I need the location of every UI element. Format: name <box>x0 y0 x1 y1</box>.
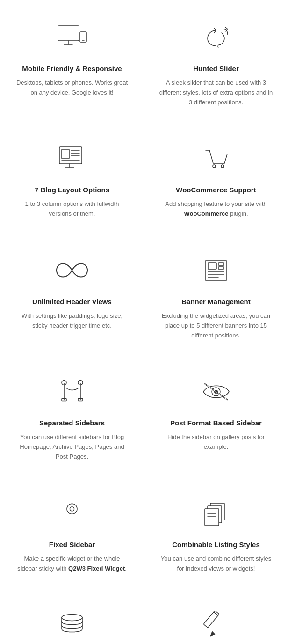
pin-icon <box>53 495 91 532</box>
mobile-friendly-title: Mobile Friendly & Responsive <box>22 65 122 73</box>
svg-line-31 <box>205 384 227 400</box>
cart-icon <box>197 140 235 177</box>
sidebars-icon <box>53 373 91 410</box>
eye-slash-icon <box>197 373 235 410</box>
feature-post-format-sidebar: Post Format Based Sidebar Hide the sideb… <box>144 354 288 476</box>
svg-rect-18 <box>218 267 224 269</box>
blog-layout-desc: 1 to 3 column options with fullwidth ver… <box>14 199 130 219</box>
svg-point-32 <box>67 504 77 514</box>
feature-sponsored-posts: Sponsored Posts Mark your post widgets a… <box>0 587 144 644</box>
svg-rect-37 <box>205 509 219 526</box>
unlimited-header-title: Unlimited Header Views <box>32 298 112 306</box>
blog-layout-title: 7 Blog Layout Options <box>35 186 109 194</box>
svg-point-13 <box>213 165 216 168</box>
pencil-icon <box>197 606 235 644</box>
feature-hunted-slider: Hunted Slider A sleek slider that can be… <box>144 0 288 121</box>
feature-combinable-listing: Combinable Listing Styles You can use an… <box>144 476 288 588</box>
separated-sidebars-title: Separated Sidebars <box>39 419 105 427</box>
feature-banner-management: Banner Management Excluding the widgetiz… <box>144 233 288 354</box>
feature-blog-layout: 7 Blog Layout Options 1 to 3 column opti… <box>0 121 144 233</box>
feature-authorized-posts: Authorized Posts Embed 2 of the latest (… <box>144 587 288 644</box>
fixed-sidebar-title: Fixed Sidebar <box>49 541 95 549</box>
mobile-friendly-desc: Desktops, tablets or phones. Works great… <box>14 78 130 98</box>
layers-icon <box>197 495 235 532</box>
post-format-sidebar-title: Post Format Based Sidebar <box>170 419 262 427</box>
post-format-sidebar-desc: Hide the sidebar on gallery posts for ex… <box>158 432 274 452</box>
combinable-listing-title: Combinable Listing Styles <box>172 541 260 549</box>
features-grid: Mobile Friendly & Responsive Desktops, t… <box>0 0 288 644</box>
svg-rect-16 <box>208 263 216 269</box>
hunted-slider-desc: A sleek slider that can be used with 3 d… <box>158 78 274 107</box>
svg-point-33 <box>70 506 74 511</box>
stack-icon <box>53 606 91 644</box>
svg-point-41 <box>62 615 82 621</box>
hunted-slider-title: Hunted Slider <box>193 65 239 73</box>
banner-icon <box>197 252 235 289</box>
svg-rect-17 <box>218 263 224 265</box>
svg-rect-6 <box>62 149 69 159</box>
banner-management-title: Banner Management <box>181 298 251 306</box>
svg-rect-15 <box>206 260 226 281</box>
feature-unlimited-header: Unlimited Header Views With settings lik… <box>0 233 144 354</box>
combinable-listing-desc: You can use and combine different styles… <box>158 554 274 574</box>
separated-sidebars-desc: You can use different sidebars for Blog … <box>14 432 130 461</box>
woocommerce-title: WooCommerce Support <box>176 186 256 194</box>
feature-separated-sidebars: Separated Sidebars You can use different… <box>0 354 144 476</box>
infinite-icon <box>53 252 91 289</box>
banner-management-desc: Excluding the widgetized areas, you can … <box>158 311 274 340</box>
mobile-icon <box>53 19 91 56</box>
fixed-sidebar-desc: Make a specific widget or the whole side… <box>14 554 130 574</box>
unlimited-header-desc: With settings like paddings, logo size, … <box>14 311 130 331</box>
svg-point-14 <box>221 165 224 168</box>
feature-woocommerce: WooCommerce Support Add shopping feature… <box>144 121 288 233</box>
slider-icon <box>197 19 235 56</box>
svg-rect-0 <box>58 26 79 41</box>
svg-marker-43 <box>210 631 215 636</box>
feature-fixed-sidebar: Fixed Sidebar Make a specific widget or … <box>0 476 144 588</box>
woocommerce-desc: Add shopping feature to your site with W… <box>158 199 274 219</box>
feature-mobile-friendly: Mobile Friendly & Responsive Desktops, t… <box>0 0 144 121</box>
blog-icon <box>53 140 91 177</box>
svg-rect-42 <box>203 611 219 628</box>
